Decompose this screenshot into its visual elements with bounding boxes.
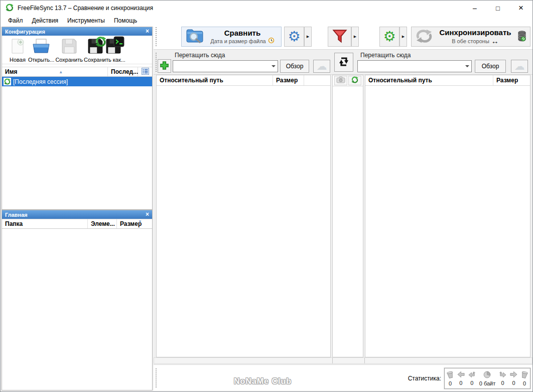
synchronize-button[interactable]: Синхронизировать В обе стороны ↔ <box>411 27 530 47</box>
left-file-grid: Относительный путь Размер <box>156 75 331 357</box>
config-panel: Конфигурация × Новая <box>2 27 153 210</box>
sync-settings-gear-icon: ⚙ <box>383 30 395 44</box>
right-grid-body[interactable] <box>365 86 530 357</box>
compare-button-label: Сравнить <box>208 29 277 37</box>
right-folder-combobox[interactable] <box>357 60 472 72</box>
filter-dropdown-button[interactable]: ▶ <box>351 27 359 47</box>
statistics-box: 0 0 0 <box>444 368 530 389</box>
middle-grid-header <box>333 75 363 86</box>
sidebar: Конфигурация × Новая <box>2 27 153 390</box>
config-list-body[interactable] <box>2 86 152 209</box>
overview-body[interactable] <box>2 229 152 390</box>
delete-right-icon <box>521 371 528 380</box>
update-right-icon <box>510 371 517 379</box>
overview-column-items[interactable]: Элеме... <box>88 219 117 228</box>
left-column-size[interactable]: Размер <box>273 75 304 85</box>
right-column-relative-path[interactable]: Относительный путь <box>365 75 493 85</box>
main-toolbar: Сравнить Дата и размер файла ⚙ ▶ <box>154 24 532 49</box>
config-toolbar: Новая Открыть... <box>2 36 152 64</box>
right-drop-hint: Перетащить сюда <box>360 52 411 59</box>
stat-delete-left: 0 <box>447 371 454 386</box>
compare-button[interactable]: Сравнить Дата и размер файла <box>181 27 282 47</box>
sync-variant-label: В обе стороны <box>452 38 489 44</box>
menu-actions[interactable]: Действия <box>28 17 63 25</box>
swap-sides-icon <box>338 56 350 69</box>
save-as-config-button[interactable]: Сохранить как... <box>84 37 125 63</box>
sync-arrows-icon <box>416 29 433 45</box>
config-row-last-session[interactable]: [Последняя сессия] <box>2 77 152 86</box>
toolbar-grip[interactable] <box>156 27 158 46</box>
close-button[interactable]: × <box>509 1 532 16</box>
swap-view-sync-button[interactable] <box>348 76 361 85</box>
menu-tools[interactable]: Инструменты <box>63 17 109 25</box>
combo-arrow-icon <box>463 61 471 72</box>
plus-icon <box>160 61 169 72</box>
config-list-header: Имя ▲ Послед... <box>2 67 152 77</box>
config-column-last-sync[interactable]: Послед... <box>108 67 138 76</box>
dropdown-arrow-icon: ▶ <box>307 35 309 39</box>
minimize-button[interactable]: – <box>463 1 486 16</box>
menu-help[interactable]: Помощь <box>109 17 142 25</box>
left-grid-body[interactable] <box>157 86 330 357</box>
sort-descending-icon: ▼ <box>138 219 142 224</box>
watermark-text: NoNaMe Club <box>234 377 292 386</box>
sync-settings-dropdown-button[interactable]: ▶ <box>399 27 407 47</box>
save-as-config-label: Сохранить как... <box>84 57 125 63</box>
open-config-button[interactable]: Открыть... <box>28 37 54 63</box>
right-file-grid: Относительный путь Размер <box>365 75 530 357</box>
right-column-size[interactable]: Размер <box>493 75 530 85</box>
comparison-settings-dropdown-button[interactable]: ▶ <box>304 27 312 47</box>
cloud-icon: ☁ <box>317 61 327 71</box>
overview-panel: Главная × Папка Элеме... Размер ▼ <box>2 210 153 390</box>
both-ways-arrow-icon: ↔ <box>491 37 499 45</box>
stat-bytes: 0 байт <box>479 371 496 386</box>
save-config-button[interactable]: Сохранить <box>55 37 83 63</box>
middle-grid <box>332 75 363 357</box>
config-panel-close-icon[interactable]: × <box>146 29 149 34</box>
sort-ascending-icon: ▲ <box>59 70 63 74</box>
add-folder-pair-button[interactable] <box>158 59 171 73</box>
dropdown-arrow-icon: ▶ <box>402 35 405 39</box>
overview-panel-close-icon[interactable]: × <box>146 212 149 217</box>
statistics-label: Статистика: <box>408 375 441 382</box>
left-browse-button[interactable]: Обзор <box>280 60 309 73</box>
overview-column-folder[interactable]: Папка <box>2 219 88 228</box>
left-grid-header: Относительный путь Размер <box>157 75 330 86</box>
left-column-relative-path[interactable]: Относительный путь <box>157 75 273 85</box>
overview-column-size[interactable]: Размер ▼ <box>117 219 152 228</box>
menu-file[interactable]: Файл <box>4 17 28 25</box>
save-as-batch-icon <box>105 38 121 55</box>
filter-settings-button[interactable] <box>328 27 351 47</box>
column-settings-icon <box>142 68 149 76</box>
new-config-button[interactable]: Новая <box>8 37 27 63</box>
config-column-name[interactable]: Имя ▲ <box>2 67 108 76</box>
folder-pair-row: Перетащить сюда Обзор ☁ <box>154 49 532 75</box>
middle-grid-body[interactable] <box>333 86 363 357</box>
stat-update-left: 0 <box>457 371 465 386</box>
app-logo-icon <box>6 4 14 13</box>
horizontal-scrollbar[interactable] <box>154 357 532 364</box>
maximize-button[interactable]: □ <box>486 1 509 16</box>
comparison-settings-gear-icon: ⚙ <box>288 30 300 44</box>
statusbar-grip[interactable] <box>156 368 158 387</box>
view-type-button[interactable] <box>334 76 347 85</box>
left-folder-combobox[interactable] <box>173 60 278 72</box>
stat-update-right: 0 <box>510 371 517 386</box>
new-config-label: Новая <box>10 57 26 63</box>
open-config-label: Открыть... <box>28 57 54 63</box>
overview-panel-title: Главная <box>5 212 28 218</box>
comparison-settings-button[interactable]: ⚙ <box>284 27 304 47</box>
overview-panel-titlebar: Главная × <box>2 210 152 219</box>
save-as-sync-icon <box>87 38 103 55</box>
compare-variant-label: Дата и размер файла <box>210 38 265 44</box>
right-cloud-button[interactable]: ☁ <box>511 60 528 73</box>
left-cloud-button[interactable]: ☁ <box>313 60 330 73</box>
dropdown-arrow-icon: ▶ <box>354 35 356 39</box>
sync-settings-button[interactable]: ⚙ <box>379 27 399 47</box>
window-title: FreeFileSync 13.7 – Сравнение и синхрони… <box>18 5 153 12</box>
scrollbar-separator <box>332 358 333 363</box>
right-browse-button[interactable]: Обзор <box>475 60 506 73</box>
column-settings-button[interactable] <box>138 67 152 76</box>
save-floppy-icon <box>61 38 77 55</box>
swap-sides-button[interactable] <box>334 53 353 72</box>
